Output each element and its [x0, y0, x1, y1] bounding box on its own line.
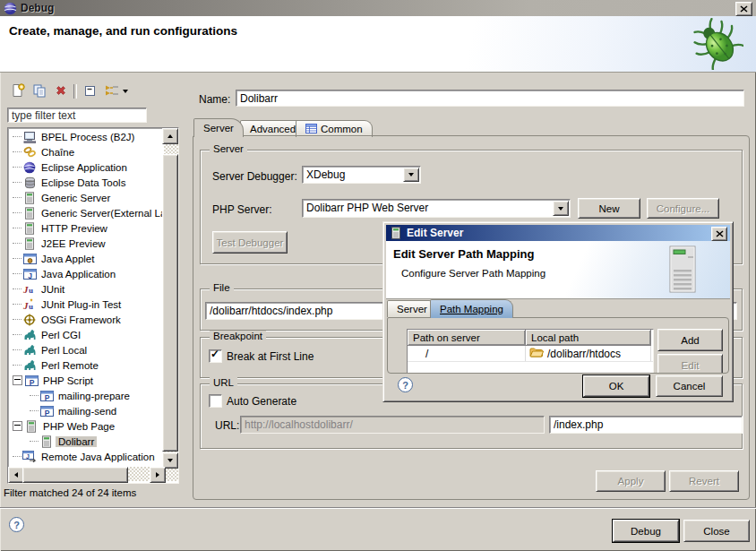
test-debugger-label: Test Debugger	[217, 237, 284, 248]
path-mapping-table[interactable]: Path on serverLocal path //dolibarr/htdo…	[407, 329, 654, 374]
tree-item-mailing-send[interactable]: Pmailing-send	[9, 403, 163, 418]
apply-button-label: Apply	[618, 476, 644, 486]
debug-configurations-window: Debug Create, manage, and run configurat…	[0, 0, 756, 551]
add-button-label: Add	[681, 335, 699, 346]
eclipse-app-icon	[22, 160, 37, 174]
new-config-icon	[11, 83, 25, 100]
tree-hscrollbar-thumb[interactable]	[22, 467, 128, 483]
dialog-help-button[interactable]: ?	[398, 377, 413, 392]
tree-item-osgi-framework[interactable]: OSGi Framework	[9, 312, 163, 327]
tree-item-generic-server-external-la[interactable]: Generic Server(External La	[9, 205, 163, 220]
folder-icon	[529, 347, 544, 360]
tree-connector	[30, 410, 39, 412]
revert-button-label: Revert	[689, 476, 719, 486]
url-group-title: URL	[210, 377, 237, 388]
delete-config-button[interactable]	[52, 82, 70, 100]
name-input[interactable]	[236, 90, 744, 107]
dialog-close-button[interactable]	[711, 227, 727, 241]
tree-item-junit-plug-in-test[interactable]: JuJUnit Plug-in Test	[9, 297, 163, 312]
tree-item-eclipse-data-tools[interactable]: Eclipse Data Tools	[9, 175, 163, 190]
path-on-server-cell: /	[408, 346, 526, 361]
tree-item-generic-server[interactable]: Generic Server	[9, 190, 163, 205]
tree-item-label: Perl Remote	[39, 360, 101, 371]
filter-icon	[104, 83, 119, 100]
tree-item-java-applet[interactable]: Java Applet	[9, 251, 163, 266]
ok-button[interactable]: OK	[583, 375, 649, 397]
cancel-button[interactable]: Cancel	[656, 375, 723, 397]
tree-item-label: Generic Server	[39, 193, 113, 203]
database-icon	[22, 176, 37, 189]
tree-connector	[13, 273, 21, 275]
edit-mapping-button[interactable]: Edit	[657, 354, 723, 374]
server-debugger-select[interactable]: XDebug	[302, 166, 421, 184]
dropdown-button[interactable]	[403, 168, 419, 182]
tree-item-junit[interactable]: JuJUnit	[9, 281, 163, 297]
php-server-label: PHP Server:	[212, 203, 271, 216]
new-config-button[interactable]	[9, 82, 27, 100]
path-mapping-row[interactable]: //dolibarr/htdocs	[408, 346, 653, 362]
tree-item-label: Dolibarr	[56, 436, 97, 447]
new-server-button[interactable]: New	[578, 198, 640, 219]
collapse-all-button[interactable]	[81, 82, 99, 100]
tree-item-php-script[interactable]: PPHP Script	[9, 373, 163, 388]
filter-menu-button[interactable]	[120, 82, 131, 100]
column-header-local-path[interactable]: Local path	[526, 330, 651, 346]
filter-status: Filter matched 24 of 24 items	[4, 487, 136, 498]
tree-item-label: PHP Web Page	[40, 421, 117, 432]
column-header-path-on-server[interactable]: Path on server	[408, 330, 526, 346]
window-close-button[interactable]	[735, 2, 752, 16]
help-button[interactable]: ?	[9, 517, 24, 532]
tree-item-j2ee-preview[interactable]: J2EE Preview	[9, 236, 163, 251]
apply-button[interactable]: Apply	[596, 470, 666, 492]
edit-server-header: Edit Server Path Mapping Configure Serve…	[386, 241, 730, 299]
test-debugger-button[interactable]: Test Debugger	[212, 231, 288, 254]
config-tree-rows: BPEL Process (B2J)ChaîneEclipse Applicat…	[9, 129, 163, 467]
tree-item-dolibarr[interactable]: Dolibarr	[9, 434, 163, 449]
tree-item-perl-local[interactable]: Perl Local	[9, 342, 163, 357]
tree-item-perl-remote[interactable]: Perl Remote	[9, 357, 163, 373]
filter-button[interactable]	[102, 82, 120, 100]
collapse-expander-icon[interactable]	[13, 375, 22, 385]
scroll-right-button[interactable]	[150, 467, 166, 483]
scroll-up-button[interactable]	[162, 128, 178, 144]
new-server-button-label: New	[598, 203, 619, 214]
filter-input[interactable]	[7, 108, 147, 123]
chevron-down-icon	[558, 207, 563, 211]
dropdown-button[interactable]	[553, 201, 569, 216]
tree-item-java-application[interactable]: JJava Application	[9, 266, 163, 281]
tree-item-label: Perl Local	[39, 345, 90, 356]
tree-item-mailing-prepare[interactable]: Pmailing-prepare	[9, 388, 163, 403]
url-path-input[interactable]	[549, 416, 743, 434]
tree-connector	[13, 167, 21, 168]
tree-item-label: Generic Server(External La	[39, 208, 163, 219]
tree-item-eclipse-application[interactable]: Eclipse Application	[9, 159, 163, 175]
tree-item-label: PHP Script	[40, 375, 96, 386]
tab-server[interactable]: Server	[193, 118, 244, 137]
break-first-line-checkbox[interactable]	[209, 349, 222, 363]
tree-item-perl-cgi[interactable]: Perl CGI	[9, 327, 163, 342]
tree-item-http-preview[interactable]: HTTP Preview	[9, 220, 163, 236]
local-path-cell: /dolibarr/htdocs	[526, 346, 651, 361]
tree-item-bpel-process-b2j[interactable]: BPEL Process (B2J)	[9, 129, 163, 144]
revert-button[interactable]: Revert	[669, 470, 739, 492]
debug-button[interactable]: Debug	[613, 520, 679, 542]
tree-vscrollbar-thumb[interactable]	[162, 154, 178, 452]
tree-item-remote-java-application[interactable]: JRemote Java Application	[9, 449, 163, 464]
server-icon	[39, 435, 54, 448]
tree-item-label: Remote Java Application	[39, 452, 158, 462]
tree-connector	[13, 334, 21, 336]
duplicate-config-button[interactable]	[30, 82, 48, 100]
add-mapping-button[interactable]: Add	[657, 329, 723, 351]
applet-icon	[22, 252, 37, 265]
collapse-expander-icon[interactable]	[13, 421, 22, 431]
close-button[interactable]: Close	[683, 520, 750, 542]
php-server-select[interactable]: Dolibarr PHP Web Server	[302, 199, 571, 218]
ok-button-label: OK	[609, 381, 624, 392]
remote-java-icon: J	[22, 450, 37, 463]
dialog-tab-path-mapping[interactable]: Path Mapping	[430, 299, 513, 318]
tree-item-cha-ne[interactable]: Chaîne	[9, 144, 163, 159]
svg-text:u: u	[29, 302, 33, 311]
tree-item-php-web-page[interactable]: PHP Web Page	[9, 418, 163, 434]
auto-generate-checkbox[interactable]	[209, 394, 222, 408]
configure-server-button[interactable]: Configure...	[647, 198, 719, 219]
